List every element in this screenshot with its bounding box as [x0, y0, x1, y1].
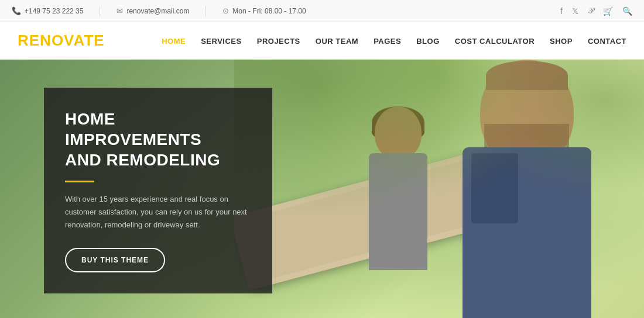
hero-content-box: HOME IMPROVEMENTS AND REMODELING With ov…	[44, 88, 272, 293]
nav-item-services[interactable]: SERVICES	[201, 36, 242, 46]
separator-2	[205, 6, 206, 16]
top-bar: 📞 +149 75 23 222 35 ✉ renovate@mail.com …	[0, 0, 644, 22]
phone-info: 📞 +149 75 23 222 35	[12, 6, 83, 15]
email-icon: ✉	[117, 6, 123, 15]
email-info: ✉ renovate@mail.com	[117, 6, 189, 15]
buy-theme-button[interactable]: BUY THIS THEME	[65, 248, 165, 272]
phone-icon: 📞	[12, 6, 21, 15]
person-foreground	[410, 60, 609, 318]
nav-link-pages[interactable]: PAGES	[374, 37, 401, 46]
cart-icon[interactable]: 🛒	[603, 6, 613, 16]
nav-link-contact[interactable]: CONTACT	[588, 37, 626, 46]
navbar: RENOVATE HOME SERVICES PROJECTS OUR TEAM…	[0, 22, 644, 60]
hero-title-line1: HOME IMPROVEMENTS	[65, 110, 201, 148]
separator-1	[100, 6, 100, 16]
nav-link-cost-calculator[interactable]: COST CALCULATOR	[455, 37, 535, 46]
nav-item-contact[interactable]: CONTACT	[588, 36, 626, 46]
phone-number: +149 75 23 222 35	[25, 7, 83, 15]
hours-info: ⊙ Mon - Fri: 08.00 - 17.00	[222, 6, 306, 15]
nav-link-our-team[interactable]: OUR TEAM	[316, 37, 358, 46]
nav-link-blog[interactable]: BLOG	[416, 37, 440, 46]
nav-item-projects[interactable]: PROJECTS	[257, 36, 300, 46]
clock-icon: ⊙	[222, 6, 229, 15]
email-address: renovate@mail.com	[126, 7, 189, 15]
nav-item-cost-calculator[interactable]: COST CALCULATOR	[455, 36, 535, 46]
nav-links: HOME SERVICES PROJECTS OUR TEAM PAGES BL…	[162, 36, 626, 46]
nav-link-shop[interactable]: SHOP	[550, 37, 573, 46]
nav-item-shop[interactable]: SHOP	[550, 36, 573, 46]
search-icon[interactable]: 🔍	[622, 6, 632, 16]
top-bar-right: f 𝕏 𝒫 🛒 🔍	[560, 6, 632, 16]
nav-link-services[interactable]: SERVICES	[201, 37, 242, 46]
hero-divider	[65, 181, 94, 182]
hero-title-line2: AND REMODELING	[65, 151, 220, 169]
nav-item-blog[interactable]: BLOG	[416, 36, 440, 46]
hero-section: HOME IMPROVEMENTS AND REMODELING With ov…	[0, 60, 644, 318]
person-main-body	[463, 147, 591, 318]
top-bar-left: 📞 +149 75 23 222 35 ✉ renovate@mail.com …	[12, 6, 306, 16]
nav-link-home[interactable]: HOME	[162, 37, 186, 46]
nav-link-projects[interactable]: PROJECTS	[257, 37, 300, 46]
nav-item-home[interactable]: HOME	[162, 36, 186, 46]
twitter-icon[interactable]: 𝕏	[572, 6, 578, 16]
hero-image	[234, 60, 644, 318]
nav-item-our-team[interactable]: OUR TEAM	[316, 36, 358, 46]
facebook-icon[interactable]: f	[560, 6, 563, 16]
hero-description: With over 15 years experience and real f…	[65, 193, 251, 231]
site-logo[interactable]: RENOVATE	[18, 32, 105, 50]
business-hours: Mon - Fri: 08.00 - 17.00	[232, 7, 306, 15]
hero-title: HOME IMPROVEMENTS AND REMODELING	[65, 109, 251, 170]
pinterest-icon[interactable]: 𝒫	[588, 6, 594, 16]
nav-item-pages[interactable]: PAGES	[374, 36, 401, 46]
